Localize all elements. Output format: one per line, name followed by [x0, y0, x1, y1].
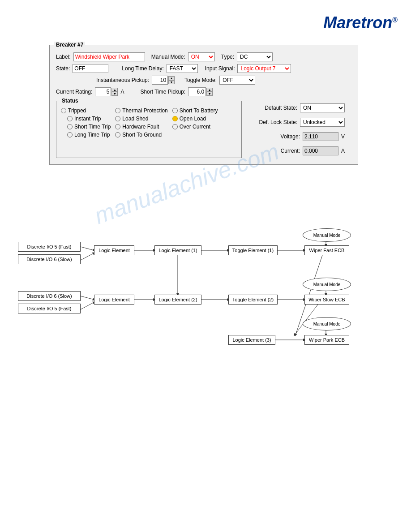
logic-elem-2-box: Logic Element (2) [154, 295, 201, 305]
di6slow2-box: Discrete I/O 6 (Slow) [18, 291, 81, 301]
tripped-label: Tripped [68, 107, 86, 114]
type-select[interactable]: DC AC [237, 52, 273, 61]
instantaneous-pickup-up[interactable]: ▲ [168, 76, 175, 80]
current-row: Current: A [251, 146, 345, 155]
over-current-radio[interactable] [172, 124, 178, 129]
short-time-trip-radio[interactable] [67, 124, 73, 129]
logo-text: Maretron® [323, 13, 398, 32]
voltage-unit: V [341, 133, 345, 140]
short-to-ground-radio[interactable] [115, 132, 120, 137]
short-time-pickup-label: Short Time Pickup: [140, 89, 185, 95]
voltage-row: Voltage: V [251, 132, 345, 141]
di6slow1-box: Discrete I/O 6 (Slow) [18, 254, 81, 264]
voltage-label: Voltage: [281, 133, 300, 140]
wiper-park-box: Wiper Park ECB [304, 335, 349, 345]
toggle-elem1-box: Toggle Element (1) [228, 245, 278, 255]
status-col-2: Thermal Protection Load Shed Hardware Fa… [115, 107, 167, 139]
voltage-input [303, 132, 338, 141]
current-rating-spinner[interactable]: ▲ ▼ [95, 87, 118, 96]
short-time-pickup-up[interactable]: ▲ [206, 88, 213, 92]
current-input [303, 146, 338, 155]
logic-elem1-box: Logic Element [94, 245, 134, 255]
current-rating-down[interactable]: ▼ [111, 92, 118, 96]
logic-elem-1-box: Logic Element (1) [154, 245, 201, 255]
status-title: Status [60, 98, 80, 104]
tripped-radio[interactable] [61, 108, 66, 113]
current-rating-label: Current Rating: [56, 89, 92, 95]
load-shed-radio[interactable] [115, 116, 120, 121]
diagram-area: Discrete I/O 5 (Fast) Discrete I/O 6 (Sl… [18, 219, 394, 381]
default-state-select[interactable]: ON OFF [300, 103, 345, 112]
thermal-protection-label: Thermal Protection [122, 107, 167, 114]
svg-line-8 [81, 302, 94, 309]
instantaneous-pickup-input[interactable] [152, 76, 168, 85]
manual-mode3-oval: Manual Mode [303, 317, 351, 330]
breaker-panel: Breaker #7 Label: Manual Mode: ON OFF Ty… [49, 45, 358, 165]
long-time-delay-label: Long Time Delay: [122, 65, 163, 72]
short-time-trip-label: Short Time Trip [74, 124, 111, 130]
svg-line-7 [81, 296, 94, 300]
instant-trip-label: Instant Trip [74, 116, 101, 122]
status-col-3: Short To Battery Open Load Over Current [172, 107, 218, 139]
short-time-pickup-down[interactable]: ▼ [206, 92, 213, 96]
current-rating-input[interactable] [95, 87, 111, 96]
def-lock-state-row: Def. Lock State: Unlocked Locked [251, 118, 345, 127]
wiper-fast-box: Wiper Fast ECB [304, 245, 349, 255]
label-field-label: Label: [56, 54, 71, 60]
def-lock-state-label: Def. Lock State: [259, 119, 297, 125]
wiper-slow-box: Wiper Slow ECB [304, 295, 349, 305]
instantaneous-pickup-spinner[interactable]: ▲ ▼ [152, 76, 175, 85]
logo-area: Maretron® [323, 13, 398, 32]
manual-mode-label: Manual Mode: [151, 54, 185, 60]
status-col-1: Tripped Instant Trip Short Time Trip Lon… [61, 107, 111, 139]
short-time-pickup-spinner[interactable]: ▲ ▼ [188, 87, 213, 96]
short-time-pickup-input[interactable] [188, 87, 206, 96]
thermal-protection-radio[interactable] [115, 108, 120, 113]
def-lock-state-select[interactable]: Unlocked Locked [300, 118, 345, 127]
short-to-ground-label: Short To Ground [122, 132, 162, 138]
logic-elem-3-box: Logic Element (3) [228, 335, 275, 345]
default-state-row: Default State: ON OFF [251, 103, 345, 112]
manual-mode-select[interactable]: ON OFF [188, 52, 215, 61]
short-to-battery-label: Short To Battery [180, 107, 218, 114]
state-label: State: [56, 65, 70, 72]
input-signal-label: Input Signal: [205, 65, 235, 72]
di5fast2-box: Discrete I/O 5 (Fast) [18, 304, 81, 313]
open-load-label: Open Load [180, 116, 206, 122]
instantaneous-pickup-down[interactable]: ▼ [168, 80, 175, 84]
long-time-trip-radio[interactable] [67, 132, 73, 137]
manual-mode2-oval: Manual Mode [303, 278, 351, 291]
logo-maretron: Maretron [323, 13, 392, 32]
hardware-fault-label: Hardware Fault [122, 124, 159, 130]
instantaneous-pickup-label: Instantaneous Pickup: [96, 77, 149, 83]
current-rating-unit: A [120, 89, 124, 95]
input-signal-select[interactable]: Logic Output 7 [237, 64, 291, 73]
manual-mode1-oval: Manual Mode [303, 228, 351, 242]
default-state-label: Default State: [265, 105, 297, 111]
instant-trip-radio[interactable] [67, 116, 73, 121]
open-load-radio[interactable] [172, 116, 178, 121]
label-input[interactable] [73, 52, 145, 61]
toggle-mode-select[interactable]: OFF ON [219, 76, 255, 85]
short-to-battery-radio[interactable] [172, 108, 178, 113]
load-shed-label: Load Shed [122, 116, 148, 122]
current-label: Current: [281, 148, 300, 154]
long-time-trip-label: Long Time Trip [74, 132, 110, 138]
current-unit: A [341, 148, 345, 154]
current-rating-up[interactable]: ▲ [111, 88, 118, 92]
state-input [73, 64, 108, 73]
over-current-label: Over Current [180, 124, 210, 130]
di5fast1-box: Discrete I/O 5 (Fast) [18, 242, 81, 252]
svg-line-0 [81, 247, 94, 250]
toggle-mode-label: Toggle Mode: [184, 77, 217, 83]
logic-elem2a-box: Logic Element [94, 295, 134, 305]
status-box: Status Tripped Instant Trip Short Time T… [56, 101, 242, 158]
long-time-delay-select[interactable]: FAST SLOW [167, 64, 198, 73]
logo-reg: ® [392, 16, 398, 24]
type-label: Type: [221, 54, 234, 60]
svg-line-1 [81, 253, 94, 260]
toggle-elem2-box: Toggle Element (2) [228, 295, 278, 305]
panel-title: Breaker #7 [54, 42, 85, 48]
hardware-fault-radio[interactable] [115, 124, 120, 129]
